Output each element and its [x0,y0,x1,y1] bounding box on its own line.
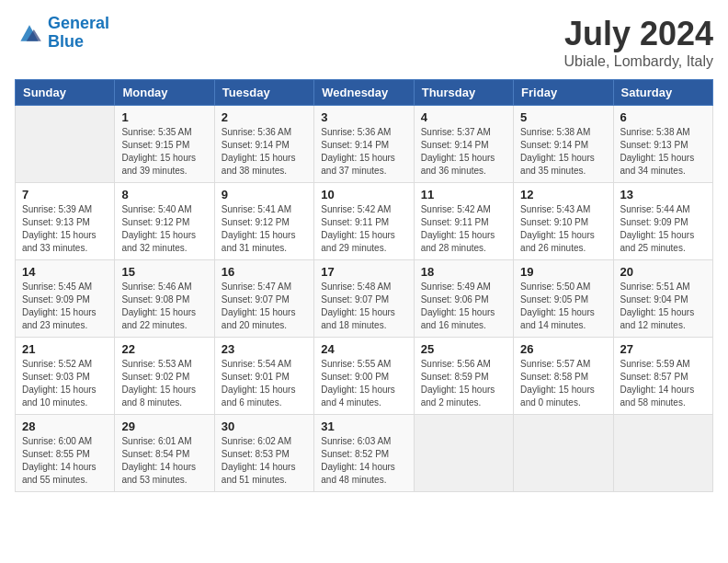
calendar-cell: 28Sunrise: 6:00 AM Sunset: 8:55 PM Dayli… [16,415,115,492]
title-block: July 2024 Ubiale, Lombardy, Italy [564,15,713,70]
day-info: Sunrise: 5:38 AM Sunset: 9:14 PM Dayligh… [520,126,606,178]
day-number: 14 [22,265,108,279]
logo-line2: Blue [48,32,84,51]
calendar-cell: 30Sunrise: 6:02 AM Sunset: 8:53 PM Dayli… [214,415,313,492]
calendar-cell: 7Sunrise: 5:39 AM Sunset: 9:13 PM Daylig… [16,183,115,260]
calendar-cell: 12Sunrise: 5:43 AM Sunset: 9:10 PM Dayli… [514,183,613,260]
day-info: Sunrise: 5:53 AM Sunset: 9:02 PM Dayligh… [121,358,207,409]
day-info: Sunrise: 5:44 AM Sunset: 9:09 PM Dayligh… [620,203,706,255]
calendar-cell: 13Sunrise: 5:44 AM Sunset: 9:09 PM Dayli… [613,183,712,260]
calendar-cell: 31Sunrise: 6:03 AM Sunset: 8:52 PM Dayli… [314,415,414,492]
day-number: 20 [620,265,706,279]
day-number: 21 [22,342,108,356]
day-info: Sunrise: 5:50 AM Sunset: 9:05 PM Dayligh… [520,281,606,332]
day-info: Sunrise: 5:52 AM Sunset: 9:03 PM Dayligh… [22,358,108,409]
day-number: 23 [222,342,307,356]
day-number: 18 [421,265,506,279]
day-info: Sunrise: 5:57 AM Sunset: 8:58 PM Dayligh… [520,358,606,409]
day-info: Sunrise: 5:45 AM Sunset: 9:09 PM Dayligh… [22,281,108,332]
calendar-week-4: 21Sunrise: 5:52 AM Sunset: 9:03 PM Dayli… [16,338,713,415]
day-number: 11 [421,188,506,201]
day-number: 19 [520,265,606,279]
calendar-cell: 3Sunrise: 5:36 AM Sunset: 9:14 PM Daylig… [314,106,414,183]
calendar-cell: 23Sunrise: 5:54 AM Sunset: 9:01 PM Dayli… [214,338,313,415]
day-info: Sunrise: 5:55 AM Sunset: 9:00 PM Dayligh… [321,358,406,409]
day-info: Sunrise: 5:36 AM Sunset: 9:14 PM Dayligh… [222,126,307,178]
day-number: 7 [22,188,108,201]
day-info: Sunrise: 5:48 AM Sunset: 9:07 PM Dayligh… [321,281,406,332]
day-info: Sunrise: 5:54 AM Sunset: 9:01 PM Dayligh… [222,358,307,409]
day-number: 17 [321,265,406,279]
day-number: 27 [620,342,706,356]
day-number: 22 [121,342,207,356]
logo-text: General Blue [48,15,109,52]
weekday-header-thursday: Thursday [414,80,513,106]
day-info: Sunrise: 5:38 AM Sunset: 9:13 PM Dayligh… [620,126,706,178]
day-info: Sunrise: 5:37 AM Sunset: 9:14 PM Dayligh… [421,126,506,178]
day-info: Sunrise: 5:51 AM Sunset: 9:04 PM Dayligh… [620,281,706,332]
day-info: Sunrise: 5:36 AM Sunset: 9:14 PM Dayligh… [321,126,406,178]
calendar-week-3: 14Sunrise: 5:45 AM Sunset: 9:09 PM Dayli… [16,260,713,338]
day-info: Sunrise: 5:35 AM Sunset: 9:15 PM Dayligh… [121,126,207,178]
weekday-header-row: SundayMondayTuesdayWednesdayThursdayFrid… [16,80,713,106]
calendar-cell: 8Sunrise: 5:40 AM Sunset: 9:12 PM Daylig… [115,183,214,260]
calendar-cell: 16Sunrise: 5:47 AM Sunset: 9:07 PM Dayli… [214,260,313,338]
weekday-header-friday: Friday [514,80,613,106]
day-info: Sunrise: 5:41 AM Sunset: 9:12 PM Dayligh… [222,203,307,255]
day-number: 5 [520,110,606,124]
calendar-cell [514,415,613,492]
calendar-cell: 24Sunrise: 5:55 AM Sunset: 9:00 PM Dayli… [314,338,414,415]
calendar-cell: 22Sunrise: 5:53 AM Sunset: 9:02 PM Dayli… [115,338,214,415]
weekday-header-saturday: Saturday [613,80,712,106]
day-number: 2 [222,110,307,124]
calendar-cell: 10Sunrise: 5:42 AM Sunset: 9:11 PM Dayli… [314,183,414,260]
day-info: Sunrise: 6:00 AM Sunset: 8:55 PM Dayligh… [22,435,108,487]
calendar-cell [16,106,115,183]
day-info: Sunrise: 5:40 AM Sunset: 9:12 PM Dayligh… [121,203,207,255]
location: Ubiale, Lombardy, Italy [564,53,713,70]
day-number: 29 [121,419,207,433]
calendar-table: SundayMondayTuesdayWednesdayThursdayFrid… [15,79,713,492]
weekday-header-tuesday: Tuesday [214,80,313,106]
day-number: 1 [121,110,207,124]
calendar-cell: 27Sunrise: 5:59 AM Sunset: 8:57 PM Dayli… [613,338,712,415]
calendar-cell: 21Sunrise: 5:52 AM Sunset: 9:03 PM Dayli… [16,338,115,415]
day-info: Sunrise: 5:39 AM Sunset: 9:13 PM Dayligh… [22,203,108,255]
calendar-cell: 20Sunrise: 5:51 AM Sunset: 9:04 PM Dayli… [613,260,712,338]
day-number: 9 [222,188,307,201]
day-number: 26 [520,342,606,356]
calendar-cell: 25Sunrise: 5:56 AM Sunset: 8:59 PM Dayli… [414,338,513,415]
day-number: 15 [121,265,207,279]
logo: General Blue [15,15,109,52]
day-number: 13 [620,188,706,201]
day-number: 4 [421,110,506,124]
logo-icon [15,20,44,46]
calendar-week-2: 7Sunrise: 5:39 AM Sunset: 9:13 PM Daylig… [16,183,713,260]
day-number: 10 [321,188,406,201]
calendar-cell: 6Sunrise: 5:38 AM Sunset: 9:13 PM Daylig… [613,106,712,183]
page-header: General Blue July 2024 Ubiale, Lombardy,… [15,15,713,70]
day-number: 28 [22,419,108,433]
day-info: Sunrise: 5:49 AM Sunset: 9:06 PM Dayligh… [421,281,506,332]
calendar-cell: 17Sunrise: 5:48 AM Sunset: 9:07 PM Dayli… [314,260,414,338]
calendar-cell [414,415,513,492]
calendar-cell: 1Sunrise: 5:35 AM Sunset: 9:15 PM Daylig… [115,106,214,183]
day-info: Sunrise: 5:46 AM Sunset: 9:08 PM Dayligh… [121,281,207,332]
day-info: Sunrise: 5:59 AM Sunset: 8:57 PM Dayligh… [620,358,706,409]
day-info: Sunrise: 5:42 AM Sunset: 9:11 PM Dayligh… [421,203,506,255]
calendar-cell: 11Sunrise: 5:42 AM Sunset: 9:11 PM Dayli… [414,183,513,260]
day-number: 16 [222,265,307,279]
weekday-header-wednesday: Wednesday [314,80,414,106]
calendar-cell: 18Sunrise: 5:49 AM Sunset: 9:06 PM Dayli… [414,260,513,338]
calendar-cell: 2Sunrise: 5:36 AM Sunset: 9:14 PM Daylig… [214,106,313,183]
weekday-header-sunday: Sunday [16,80,115,106]
weekday-header-monday: Monday [115,80,214,106]
calendar-cell: 4Sunrise: 5:37 AM Sunset: 9:14 PM Daylig… [414,106,513,183]
day-info: Sunrise: 5:43 AM Sunset: 9:10 PM Dayligh… [520,203,606,255]
calendar-cell: 19Sunrise: 5:50 AM Sunset: 9:05 PM Dayli… [514,260,613,338]
calendar-cell: 5Sunrise: 5:38 AM Sunset: 9:14 PM Daylig… [514,106,613,183]
calendar-cell: 15Sunrise: 5:46 AM Sunset: 9:08 PM Dayli… [115,260,214,338]
calendar-cell [613,415,712,492]
day-info: Sunrise: 6:01 AM Sunset: 8:54 PM Dayligh… [121,435,207,487]
day-info: Sunrise: 5:42 AM Sunset: 9:11 PM Dayligh… [321,203,406,255]
